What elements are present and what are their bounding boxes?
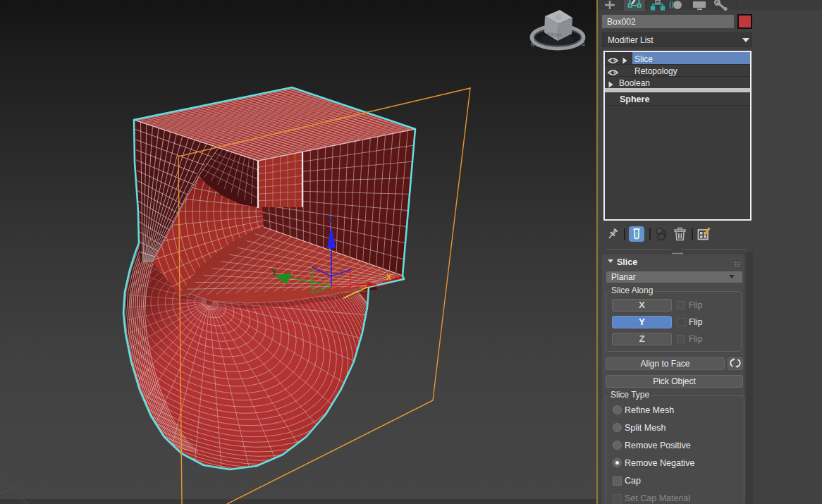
svg-text:N: N bbox=[531, 42, 534, 47]
svg-text:X: X bbox=[386, 273, 391, 281]
svg-text:Z: Z bbox=[329, 215, 333, 223]
svg-text:S: S bbox=[582, 42, 585, 47]
svg-text:Y: Y bbox=[271, 268, 277, 276]
